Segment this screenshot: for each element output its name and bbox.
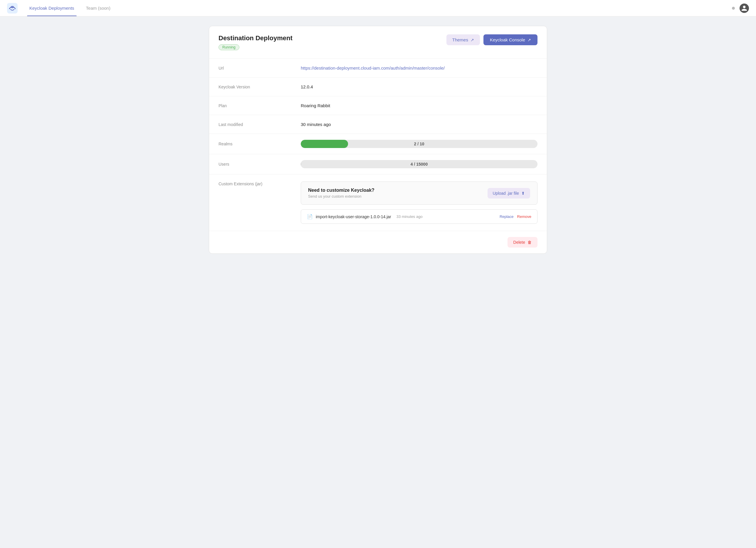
version-value: 12.0.4: [301, 84, 537, 89]
plan-label: Plan: [219, 103, 301, 108]
extensions-content: Need to customize Keycloak? Send us your…: [301, 181, 537, 224]
file-item: 📄 import-keycloak-user-storage-1.0.0-14.…: [301, 209, 537, 224]
main-content: Destination Deployment Running Themes ↗ …: [202, 16, 554, 263]
realms-label: Realms: [219, 142, 301, 146]
replace-button[interactable]: Replace: [500, 214, 514, 219]
tab-deployments[interactable]: Keycloak Deployments: [27, 0, 77, 16]
logo[interactable]: [7, 3, 18, 14]
status-indicator: [732, 7, 735, 10]
themes-label: Themes: [452, 37, 468, 42]
upload-icon: ⬆: [521, 191, 525, 196]
themes-button[interactable]: Themes ↗: [446, 34, 480, 45]
realms-progress-bar: 2 / 10: [301, 140, 537, 148]
card-footer: Delete 🗑: [209, 231, 547, 253]
url-value[interactable]: https://destination-deployment.cloud-iam…: [301, 65, 537, 70]
url-row: Url https://destination-deployment.cloud…: [209, 59, 547, 78]
card-header-actions: Themes ↗ Keycloak Console ↗: [446, 34, 537, 45]
realms-row: Realms 2 / 10: [209, 134, 547, 154]
external-link-icon: ↗: [471, 38, 474, 42]
last-modified-row: Last modified 30 minutes ago: [209, 115, 547, 134]
nav-tabs: Keycloak Deployments Team (soon): [27, 0, 120, 16]
file-time: 33 minutes ago: [397, 214, 423, 219]
card-title-section: Destination Deployment Running: [219, 34, 293, 50]
nav-right: [732, 4, 749, 13]
file-item-left: 📄 import-keycloak-user-storage-1.0.0-14.…: [307, 214, 423, 219]
extensions-label: Custom Extensions (jar): [219, 181, 301, 186]
upload-box-text: Need to customize Keycloak? Send us your…: [308, 188, 374, 199]
plan-row: Plan Roaring Rabbit: [209, 96, 547, 115]
upload-jar-label: Upload .jar file: [493, 191, 519, 196]
realms-progress-fill: [301, 140, 348, 148]
file-actions: Replace Remove: [500, 214, 531, 219]
last-modified-label: Last modified: [219, 122, 301, 127]
keycloak-console-button[interactable]: Keycloak Console ↗: [483, 34, 537, 45]
extensions-row: Custom Extensions (jar) Need to customiz…: [209, 174, 547, 231]
card-header: Destination Deployment Running Themes ↗ …: [209, 26, 547, 59]
users-label: Users: [219, 162, 301, 167]
delete-label: Delete: [513, 240, 525, 245]
file-icon: 📄: [307, 214, 313, 219]
url-label: Url: [219, 66, 301, 70]
upload-box-title: Need to customize Keycloak?: [308, 188, 374, 193]
svg-point-1: [11, 6, 14, 8]
users-progress-label: 4 / 15000: [411, 162, 428, 167]
deployment-card: Destination Deployment Running Themes ↗ …: [209, 26, 547, 254]
avatar[interactable]: [740, 4, 749, 13]
upload-box: Need to customize Keycloak? Send us your…: [301, 181, 537, 205]
remove-button[interactable]: Remove: [517, 214, 531, 219]
version-label: Keycloak Version: [219, 85, 301, 89]
version-row: Keycloak Version 12.0.4: [209, 78, 547, 96]
file-name: import-keycloak-user-storage-1.0.0-14.ja…: [316, 214, 391, 219]
users-row: Users 4 / 15000: [209, 154, 547, 174]
users-progress-bar: 4 / 15000: [301, 160, 537, 168]
realms-progress-label: 2 / 10: [414, 142, 424, 146]
plan-value: Roaring Rabbit: [301, 103, 537, 108]
upload-box-subtitle: Send us your custom extension: [308, 194, 374, 199]
keycloak-console-label: Keycloak Console: [490, 37, 525, 42]
tab-team[interactable]: Team (soon): [84, 0, 113, 16]
last-modified-value: 30 minutes ago: [301, 122, 537, 127]
external-link-icon-keycloak: ↗: [527, 38, 531, 42]
delete-button[interactable]: Delete 🗑: [508, 237, 537, 248]
card-title: Destination Deployment: [219, 34, 293, 42]
trash-icon: 🗑: [527, 240, 532, 245]
status-badge: Running: [219, 44, 239, 50]
navbar: Keycloak Deployments Team (soon): [0, 0, 756, 16]
upload-jar-button[interactable]: Upload .jar file ⬆: [488, 188, 530, 199]
